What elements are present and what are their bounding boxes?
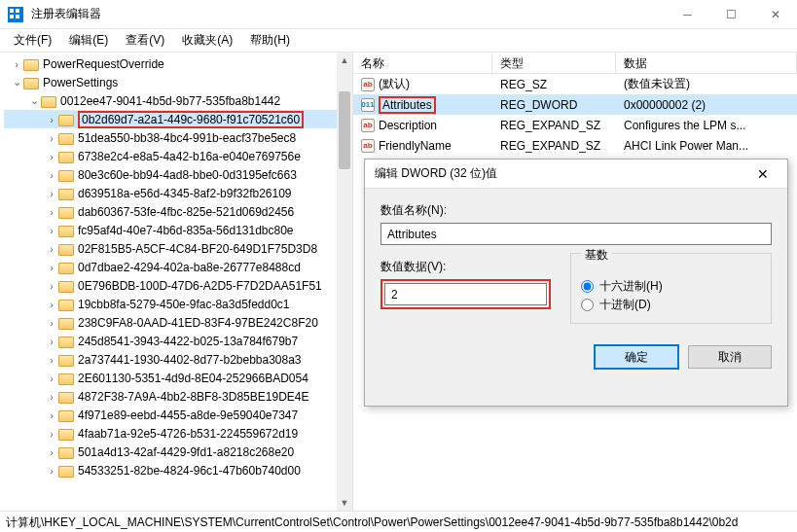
folder-icon (23, 57, 39, 71)
expand-icon[interactable]: › (45, 465, 58, 477)
close-button[interactable]: ✕ (753, 0, 797, 28)
folder-icon (58, 205, 74, 219)
tree-node[interactable]: ›245d8541-3943-4422-b025-13a784f679b7 (4, 332, 352, 350)
menu-favorites[interactable]: 收藏夹(A) (174, 30, 240, 51)
scroll-thumb[interactable] (339, 91, 350, 169)
tree-node[interactable]: ›fc95af4d-40e7-4b6d-835a-56d131dbc80e (4, 221, 352, 239)
tree-node[interactable]: ›4faab71a-92e5-4726-b531-224559672d19 (4, 424, 352, 443)
menu-edit[interactable]: 编辑(E) (61, 30, 116, 51)
col-data[interactable]: 数据 (616, 53, 797, 73)
folder-icon (58, 261, 74, 274)
radix-hex-radio[interactable] (581, 280, 594, 293)
value-icon: ab (361, 78, 375, 91)
value-data-label: 数值数据(V): (380, 259, 551, 275)
tree-node[interactable]: ⌄PowerSettings (4, 73, 352, 91)
folder-icon (58, 408, 74, 422)
folder-icon (41, 94, 56, 108)
value-name-label: 数值名称(N): (380, 202, 772, 219)
tree-node[interactable]: ›PowerRequestOverride (4, 54, 352, 73)
expand-icon[interactable]: › (45, 243, 58, 255)
menu-help[interactable]: 帮助(H) (242, 30, 298, 51)
ok-button[interactable]: 确定 (595, 345, 678, 369)
expand-icon[interactable]: › (45, 280, 58, 292)
node-label: 80e3c60e-bb94-4ad8-bbe0-0d3195efc663 (76, 168, 299, 182)
maximize-button[interactable]: ☐ (709, 0, 753, 28)
expand-icon[interactable]: › (45, 151, 58, 162)
cancel-button[interactable]: 取消 (688, 345, 772, 369)
node-label: dab60367-53fe-4fbc-825e-521d069d2456 (76, 205, 296, 219)
tree-node[interactable]: ⌄0012ee47-9041-4b5d-9b77-535fba8b1442 (4, 91, 352, 110)
tree-node[interactable]: ›0b2d69d7-a2a1-449c-9680-f91c70521c60 (4, 110, 352, 128)
expand-icon[interactable]: › (45, 262, 58, 273)
value-data: (数值未设置) (616, 76, 797, 92)
expand-icon[interactable]: › (45, 225, 58, 236)
expand-icon[interactable]: › (45, 409, 58, 421)
scroll-down-icon[interactable]: ▼ (337, 495, 352, 511)
expand-icon[interactable]: › (45, 206, 58, 218)
node-label: 19cbb8fa-5279-450e-9fac-8a3d5fedd0c1 (76, 298, 292, 311)
folder-icon (58, 150, 74, 163)
tree-node[interactable]: ›54533251-82be-4824-96c1-47b60b740d00 (4, 461, 352, 479)
tree-node[interactable]: ›4f971e89-eebd-4455-a8de-9e59040e7347 (4, 406, 352, 424)
edit-dword-dialog: 编辑 DWORD (32 位)值 ✕ 数值名称(N): 数值数据(V): 基数 … (364, 159, 788, 407)
folder-icon (58, 445, 74, 459)
menu-file[interactable]: 文件(F) (6, 30, 59, 51)
value-name: FriendlyName (379, 139, 452, 153)
tree-node[interactable]: ›0E796BDB-100D-47D6-A2D5-F7D2DAA51F51 (4, 276, 352, 295)
tree-node[interactable]: ›51dea550-bb38-4bc4-991b-eacf37be5ec8 (4, 128, 352, 147)
tree-node[interactable]: ›dab60367-53fe-4fbc-825e-521d069d2456 (4, 202, 352, 221)
value-type: REG_DWORD (492, 98, 616, 112)
expand-icon[interactable]: › (45, 317, 58, 329)
node-label: 4872F38-7A9A-4bb2-8BF8-3D85BE19DE4E (76, 390, 310, 404)
folder-icon (58, 187, 74, 200)
col-type[interactable]: 类型 (492, 53, 616, 73)
expand-icon[interactable]: › (45, 372, 58, 384)
expand-icon[interactable]: › (45, 354, 58, 366)
value-data-input[interactable] (384, 283, 547, 305)
radix-dec-radio[interactable] (581, 299, 594, 311)
tree-node[interactable]: ›2E601130-5351-4d9d-8E04-252966BAD054 (4, 369, 352, 387)
tree-node[interactable]: ›4872F38-7A9A-4bb2-8BF8-3D85BE19DE4E (4, 387, 352, 406)
tree-node[interactable]: ›02F815B5-A5CF-4C84-BF20-649D1F75D3D8 (4, 239, 352, 258)
menu-bar: 文件(F) 编辑(E) 查看(V) 收藏夹(A) 帮助(H) (0, 29, 797, 53)
tree-node[interactable]: ›19cbb8fa-5279-450e-9fac-8a3d5fedd0c1 (4, 295, 352, 313)
scroll-up-icon[interactable]: ▲ (337, 53, 352, 68)
window-title: 注册表编辑器 (31, 6, 666, 22)
value-data: AHCI Link Power Man... (616, 139, 797, 153)
tree-node[interactable]: ›6738e2c4-e8a5-4a42-b16a-e040e769756e (4, 147, 352, 165)
value-row[interactable]: abFriendlyNameREG_EXPAND_SZAHCI Link Pow… (353, 135, 797, 156)
tree-node[interactable]: ›80e3c60e-bb94-4ad8-bbe0-0d3195efc663 (4, 165, 352, 184)
tree-node[interactable]: ›238C9FA8-0AAD-41ED-83F4-97BE242C8F20 (4, 313, 352, 332)
tree-node[interactable]: ›2a737441-1930-4402-8d77-b2bebba308a3 (4, 350, 352, 369)
expand-icon[interactable]: › (45, 299, 58, 310)
value-data: 0x00000002 (2) (616, 98, 797, 112)
menu-view[interactable]: 查看(V) (118, 30, 172, 51)
expand-icon[interactable]: › (45, 114, 58, 125)
value-row[interactable]: abDescriptionREG_EXPAND_SZConfigures the… (353, 115, 797, 135)
tree-node[interactable]: ›d639518a-e56d-4345-8af2-b9f32fb26109 (4, 184, 352, 202)
expand-icon[interactable]: › (45, 428, 58, 440)
value-row[interactable]: ab(默认)REG_SZ(数值未设置) (353, 74, 797, 94)
expand-icon[interactable]: › (45, 169, 58, 181)
expand-icon[interactable]: › (10, 58, 23, 70)
col-name[interactable]: 名称 (353, 53, 492, 73)
tree-scrollbar[interactable]: ▲ ▼ (337, 53, 352, 511)
expand-icon[interactable]: › (45, 132, 58, 144)
dialog-close-button[interactable]: ✕ (748, 166, 778, 182)
expand-icon[interactable]: › (45, 391, 58, 403)
radix-dec-option[interactable]: 十进制(D) (581, 297, 761, 313)
folder-icon (58, 464, 74, 478)
tree-pane[interactable]: ›PowerRequestOverride⌄PowerSettings⌄0012… (0, 53, 353, 511)
minimize-button[interactable]: ─ (666, 0, 709, 28)
radix-hex-option[interactable]: 十六进制(H) (581, 278, 761, 295)
expand-icon[interactable]: › (45, 446, 58, 458)
expand-icon[interactable]: › (45, 336, 58, 347)
tree-node[interactable]: ›0d7dbae2-4294-402a-ba8e-26777e8488cd (4, 258, 352, 276)
tree-node[interactable]: ›501a4d13-42af-4429-9fd1-a8218c268e20 (4, 443, 352, 461)
expand-icon[interactable]: ⌄ (10, 76, 23, 89)
expand-icon[interactable]: ⌄ (27, 94, 41, 107)
radix-legend: 基数 (581, 247, 612, 264)
value-row[interactable]: 011AttributesREG_DWORD0x00000002 (2) (353, 94, 797, 115)
expand-icon[interactable]: › (45, 188, 58, 199)
value-name-input[interactable] (380, 223, 772, 245)
